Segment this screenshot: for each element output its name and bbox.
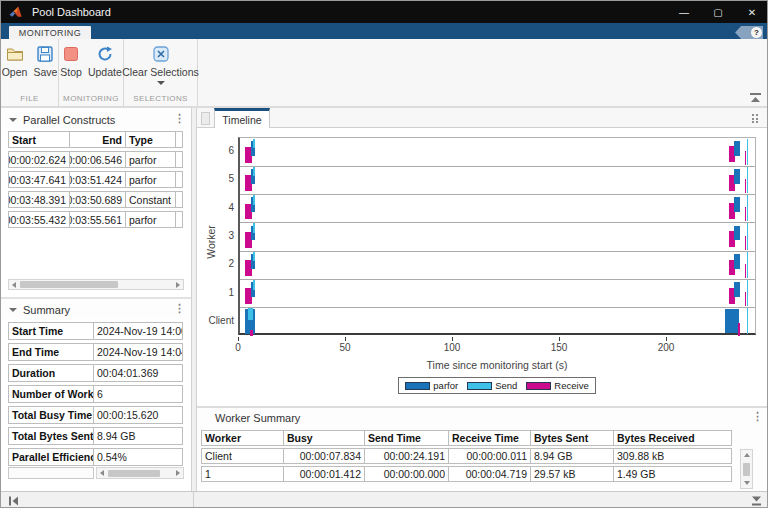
timeline-bar-send[interactable] (747, 139, 748, 165)
table-row[interactable]: 00:03:55.43200:03:55.561parfor (8, 211, 184, 228)
update-icon (96, 45, 114, 63)
update-button[interactable]: Update (88, 45, 122, 78)
timeline-bar-send[interactable] (747, 223, 748, 249)
panel-grip-icon[interactable] (201, 112, 210, 125)
dock-left-icon[interactable] (8, 496, 19, 506)
timeline-bar-send[interactable] (747, 195, 748, 221)
tab-monitoring[interactable]: MONITORING (9, 26, 91, 39)
panel-splitter[interactable] (1, 297, 191, 299)
table-cell: 1.49 GB (613, 466, 732, 482)
minimize-icon[interactable]: — (667, 1, 701, 23)
table-row[interactable]: 00:03:48.39100:03:50.689Constant (8, 191, 184, 208)
timeline-bar-send[interactable] (747, 280, 748, 306)
kebab-menu-icon[interactable]: ⋮ (174, 112, 185, 125)
scroll-up-icon[interactable] (741, 450, 752, 460)
timeline-bar-parfor[interactable] (734, 226, 739, 241)
table-cell: 00:03:47.641 (8, 171, 70, 188)
collapse-caret-icon[interactable] (9, 118, 17, 122)
open-folder-icon (6, 45, 24, 63)
collapse-ribbon-icon[interactable] (750, 93, 761, 103)
timeline-bar-send[interactable] (747, 167, 748, 193)
table-row[interactable]: Start Time2024-Nov-19 14:00:47.5 (8, 322, 184, 340)
scroll-right-icon[interactable] (173, 468, 183, 478)
timeline-bar-send[interactable] (253, 223, 255, 233)
column-header: Worker (201, 430, 284, 446)
table-cell: 00:03:55.561 (69, 211, 126, 228)
summary-hscrollbar[interactable] (96, 467, 184, 479)
timeline-bar-receive[interactable] (250, 330, 253, 336)
timeline-bar-send[interactable] (747, 308, 748, 333)
column-header: Send Time (364, 430, 449, 446)
timeline-bar-send[interactable] (253, 139, 255, 149)
timeline-bar-parfor[interactable] (734, 169, 739, 184)
left-panel-column: Parallel Constructs ⋮ StartEndType00:00:… (1, 108, 191, 491)
open-button[interactable]: Open (2, 45, 28, 78)
summary-footer-box (8, 467, 94, 479)
parallel-constructs-hscrollbar[interactable] (8, 279, 184, 290)
timeline-bar-send[interactable] (253, 252, 255, 262)
x-tick-label: 0 (221, 342, 255, 353)
table-row[interactable]: End Time2024-Nov-19 14:04:48.9 (8, 343, 184, 361)
maximize-icon[interactable]: ▢ (701, 1, 735, 23)
timeline-bar-receive[interactable] (745, 292, 746, 306)
stop-button[interactable]: Stop (60, 45, 82, 78)
close-icon[interactable]: ✕ (735, 1, 768, 23)
table-row[interactable]: 00:03:47.64100:03:51.424parfor (8, 171, 184, 188)
table-cell: 309.88 kB (613, 448, 732, 464)
table-row[interactable]: 100:00:01.41200:00:00.00000:00:04.71929.… (201, 466, 732, 482)
column-header: End (69, 131, 126, 148)
table-row[interactable]: Total Bytes Sent8.94 GB (8, 427, 184, 445)
timeline-bar-receive[interactable] (745, 207, 746, 221)
scrollbar-thumb[interactable] (20, 281, 118, 288)
timeline-bar-parfor[interactable] (734, 254, 739, 269)
timeline-bar-parfor[interactable] (734, 197, 739, 212)
y-tick-label: 1 (197, 287, 234, 298)
button-label: Save (33, 66, 57, 78)
x-tick-mark (666, 337, 667, 341)
collapse-caret-icon[interactable] (9, 308, 17, 312)
scroll-down-icon[interactable] (741, 478, 752, 488)
scrollbar-thumb[interactable] (743, 463, 750, 476)
table-row[interactable]: Total Busy Time00:00:15.620 (8, 406, 184, 424)
timeline-tab-bar: Timeline (197, 108, 768, 128)
help-button[interactable]: ? (735, 26, 763, 39)
tab-timeline[interactable]: Timeline (214, 108, 270, 128)
timeline-bar-send[interactable] (253, 280, 255, 290)
table-row[interactable]: 00:00:02.62400:00:06.546parfor (8, 151, 184, 168)
timeline-bar-receive[interactable] (745, 151, 746, 165)
scroll-right-icon[interactable] (173, 280, 183, 289)
timeline-bar-parfor[interactable] (725, 309, 738, 332)
timeline-bar-receive[interactable] (745, 236, 746, 250)
table-row[interactable]: Number of Workers6 (8, 385, 184, 403)
table-row[interactable]: Client00:00:07.83400:00:24.19100:00:00.0… (201, 448, 732, 464)
dots-menu-icon[interactable] (752, 114, 759, 125)
column-header: Bytes Sent (530, 430, 614, 446)
table-cell: 00:00:00.011 (448, 448, 531, 464)
collapse-bottom-icon[interactable] (751, 496, 762, 506)
column-header: Start (8, 131, 70, 148)
chevron-down-icon[interactable] (157, 81, 165, 85)
scrollbar-thumb[interactable] (108, 470, 160, 477)
timeline-bar-send[interactable] (253, 167, 255, 177)
scroll-left-icon[interactable] (9, 280, 19, 289)
timeline-bar-send[interactable] (253, 195, 255, 205)
table-row[interactable]: Duration00:04:01.369 (8, 364, 184, 382)
timeline-bar-receive[interactable] (745, 179, 746, 193)
timeline-bar-parfor[interactable] (734, 282, 739, 297)
timeline-bar-receive[interactable] (738, 323, 740, 336)
table-cell: 00:00:04.719 (448, 466, 531, 482)
clear-selections-button[interactable]: Clear Selections (122, 45, 198, 85)
legend-swatch (467, 382, 492, 390)
timeline-bar-send[interactable] (747, 252, 748, 278)
worker-summary-vscrollbar[interactable] (740, 449, 753, 489)
timeline-bar-parfor[interactable] (734, 141, 739, 156)
table-cell: Client (201, 448, 284, 464)
timeline-bar-send[interactable] (248, 308, 253, 320)
kebab-menu-icon[interactable]: ⋮ (752, 410, 763, 423)
save-button[interactable]: Save (33, 45, 57, 78)
scroll-left-icon[interactable] (97, 468, 107, 478)
kebab-menu-icon[interactable]: ⋮ (174, 302, 185, 315)
table-row[interactable]: Parallel Efficiency0.54% (8, 448, 184, 466)
row-separator (240, 194, 755, 195)
timeline-bar-receive[interactable] (745, 264, 746, 278)
